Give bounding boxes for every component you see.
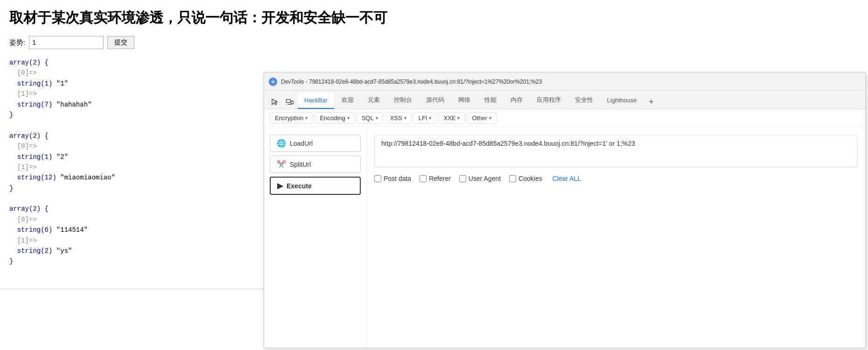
tab-sources[interactable]: 源代码 (420, 92, 451, 109)
right-panel: http://79812418-02e8-48bd-acd7-85d85a257… (367, 127, 865, 348)
page-title: 取材于某次真实环境渗透，只说一句话：开发和安全缺一不可 (9, 8, 257, 28)
devtools-icon-btn-1[interactable] (268, 95, 282, 109)
post-data-checkbox[interactable] (374, 175, 381, 182)
tab-memory[interactable]: 内存 (504, 92, 529, 109)
chevron-down-icon: ▾ (489, 115, 491, 121)
devtools-icon-btn-2[interactable] (283, 95, 297, 109)
tab-add-button[interactable]: + (644, 95, 658, 109)
tab-application[interactable]: 应用程序 (530, 92, 567, 109)
post-data-checkbox-label[interactable]: Post data (374, 175, 411, 182)
dropdown-lfi[interactable]: LFI ▾ (413, 112, 437, 124)
options-row: Post data Referer User Agent Cookies Cle… (374, 175, 858, 182)
tab-hackbar[interactable]: HackBar (298, 92, 334, 109)
referer-checkbox[interactable] (420, 175, 427, 182)
split-url-button[interactable]: ✂️ SplitUrl (270, 156, 361, 173)
hackbar-main: 🌐 LoadUrl ✂️ SplitUrl ▶ Execute http://7… (264, 127, 865, 348)
svg-rect-2 (287, 100, 291, 103)
chevron-down-icon: ▾ (457, 115, 460, 121)
submit-button[interactable]: 提交 (107, 36, 134, 49)
tab-lighthouse[interactable]: Lighthouse (601, 92, 644, 109)
user-agent-checkbox-label[interactable]: User Agent (459, 175, 501, 182)
svg-rect-3 (291, 101, 294, 104)
cookies-checkbox-label[interactable]: Cookies (509, 175, 542, 182)
chevron-down-icon: ▾ (429, 115, 431, 121)
tab-performance[interactable]: 性能 (478, 92, 503, 109)
dropdown-xxe[interactable]: XXE ▾ (438, 112, 465, 124)
execute-icon: ▶ (277, 181, 283, 190)
tab-elements[interactable]: 元素 (361, 92, 386, 109)
dropdown-encoding[interactable]: Encoding ▾ (315, 112, 354, 124)
chevron-down-icon: ▾ (347, 115, 350, 121)
posture-input[interactable] (29, 36, 104, 49)
devtools-title: DevTools - 79812418-02e8-48bd-acd7-85d85… (281, 79, 861, 85)
load-url-icon: 🌐 (277, 139, 286, 148)
divider (0, 289, 266, 289)
referer-checkbox-label[interactable]: Referer (420, 175, 451, 182)
execute-button[interactable]: ▶ Execute (270, 177, 361, 195)
tab-security[interactable]: 安全性 (568, 92, 600, 109)
dropdown-xss[interactable]: XSS ▾ (385, 112, 412, 124)
devtools-window: DevTools - 79812418-02e8-48bd-acd7-85d85… (264, 72, 866, 348)
dropdown-encryption[interactable]: Encryption ▾ (270, 112, 313, 124)
tab-network[interactable]: 网络 (452, 92, 477, 109)
tab-console[interactable]: 控制台 (387, 92, 419, 109)
url-display: http://79812418-02e8-48bd-acd7-85d85a257… (374, 135, 858, 167)
devtools-tabs-bar: HackBar 欢迎 元素 控制台 源代码 网络 性能 内存 应用程序 安全性 … (264, 91, 865, 109)
output-block-1: array(2) { [0]=> string(1) "2" [1]=> str… (9, 131, 257, 193)
chevron-down-icon: ▾ (305, 115, 308, 121)
dropdown-other[interactable]: Other ▾ (467, 112, 497, 124)
left-panel: 🌐 LoadUrl ✂️ SplitUrl ▶ Execute (264, 127, 367, 348)
tab-welcome[interactable]: 欢迎 (335, 92, 360, 109)
output-block-2: array(2) { [0]=> string(6) "114514" [1]=… (9, 204, 257, 266)
browser-favicon (269, 78, 277, 86)
code-output: array(2) { [0]=> string(1) "1" [1]=> str… (9, 57, 257, 267)
clear-all-button[interactable]: Clear ALL (553, 175, 581, 182)
output-block-0: array(2) { [0]=> string(1) "1" [1]=> str… (9, 57, 257, 120)
split-url-icon: ✂️ (277, 160, 286, 169)
devtools-titlebar: DevTools - 79812418-02e8-48bd-acd7-85d85… (264, 73, 865, 91)
chevron-down-icon: ▾ (404, 115, 406, 121)
dropdown-sql[interactable]: SQL ▾ (357, 112, 383, 124)
hackbar-toolbar: Encryption ▾ Encoding ▾ SQL ▾ XSS ▾ LFI … (264, 109, 865, 127)
svg-point-1 (272, 81, 274, 83)
chevron-down-icon: ▾ (376, 115, 378, 121)
user-agent-checkbox[interactable] (459, 175, 466, 182)
cookies-checkbox[interactable] (509, 175, 516, 182)
form-label: 姿势: (9, 38, 25, 47)
load-url-button[interactable]: 🌐 LoadUrl (270, 135, 361, 152)
